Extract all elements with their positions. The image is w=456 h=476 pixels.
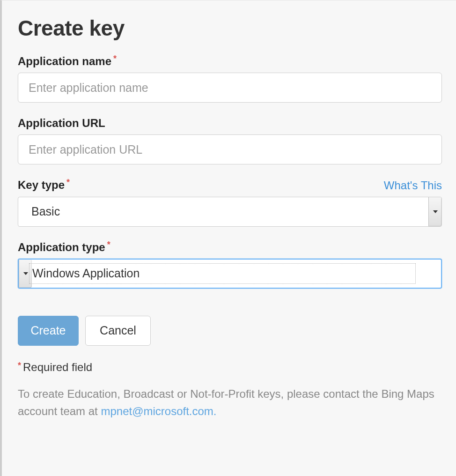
key-type-select[interactable]: Basic — [18, 197, 442, 227]
footer-note: To create Education, Broadcast or Not-fo… — [18, 385, 442, 420]
key-type-selected-value: Basic — [18, 205, 428, 218]
svg-marker-0 — [433, 210, 438, 213]
required-field-note: *Required field — [18, 361, 442, 374]
footer-prefix: To create Education, Broadcast or Not-fo… — [18, 387, 434, 417]
page-title: Create key — [18, 15, 442, 41]
app-name-input[interactable] — [18, 73, 442, 103]
field-group-app-type: Application type* Windows Application — [18, 241, 442, 289]
cancel-button[interactable]: Cancel — [85, 316, 151, 346]
app-name-label: Application name — [18, 55, 111, 67]
key-type-label: Key type — [18, 179, 65, 192]
required-marker: * — [107, 240, 110, 249]
required-marker: * — [18, 361, 21, 370]
create-key-panel: Create key Application name* Application… — [2, 0, 456, 434]
required-field-text: Required field — [23, 361, 92, 373]
field-group-app-name: Application name* — [18, 55, 442, 103]
required-marker: * — [66, 178, 70, 187]
footer-email-link[interactable]: mpnet@microsoft.com. — [101, 405, 216, 417]
field-group-key-type: Key type* What's This Basic — [18, 178, 442, 226]
svg-marker-1 — [23, 272, 28, 275]
app-type-selected-value: Windows Application — [32, 267, 415, 280]
app-url-input[interactable] — [18, 134, 442, 164]
create-button[interactable]: Create — [18, 316, 79, 346]
app-url-label: Application URL — [18, 117, 105, 129]
required-marker: * — [113, 54, 117, 63]
dropdown-arrow-icon — [428, 197, 441, 226]
app-type-label: Application type — [18, 241, 105, 253]
field-group-app-url: Application URL — [18, 117, 442, 164]
whats-this-link[interactable]: What's This — [384, 179, 442, 192]
app-type-select[interactable]: Windows Application — [18, 259, 442, 289]
